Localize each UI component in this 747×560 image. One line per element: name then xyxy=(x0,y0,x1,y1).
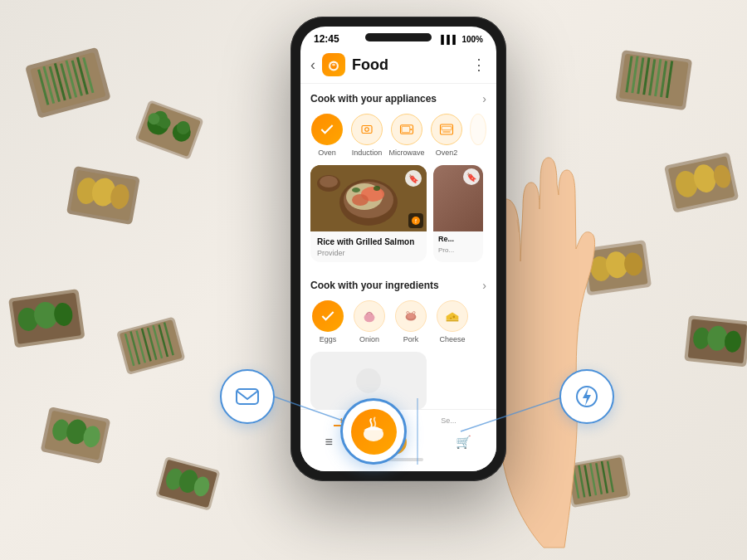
svg-rect-118 xyxy=(237,389,258,404)
food-logo-icon xyxy=(351,409,397,455)
svg-point-100 xyxy=(352,187,360,192)
recipes-row: 🔖 f Rice with Grilled Salmon Provider xyxy=(300,165,496,270)
svg-point-108 xyxy=(407,314,414,319)
recipe-provider-salmon: Provider xyxy=(317,249,420,257)
recipe-card-partial[interactable]: 🔖 Re... Pro... xyxy=(433,165,483,262)
svg-rect-91 xyxy=(441,124,453,134)
status-icons: ▌▌▌ 100% xyxy=(441,35,483,44)
eggs-label: Eggs xyxy=(320,335,337,343)
signal-icon: ▌▌▌ xyxy=(441,35,458,44)
microwave-label: Microwave xyxy=(389,149,425,157)
floating-circle-right[interactable] xyxy=(559,369,614,424)
appliance-more xyxy=(470,114,486,157)
svg-marker-110 xyxy=(447,320,459,322)
more-recipes-row xyxy=(300,352,496,418)
ingredients-section-header[interactable]: Cook with your ingredients › xyxy=(300,270,496,297)
onion-label: Onion xyxy=(359,335,379,343)
svg-point-87 xyxy=(365,128,369,132)
svg-marker-109 xyxy=(447,312,459,319)
phone-notch xyxy=(365,33,432,41)
recipe-image-salmon: 🔖 f xyxy=(310,165,427,231)
induction-icon xyxy=(351,114,383,145)
header-left: ‹ Food xyxy=(310,53,388,76)
induction-label: Induction xyxy=(352,149,383,157)
app-header: ‹ Food ⋮ xyxy=(300,48,496,84)
svg-point-112 xyxy=(450,318,452,319)
appliances-row: Oven Induction xyxy=(300,110,496,165)
more-appliance-icon xyxy=(470,114,486,145)
placeholder-circle xyxy=(356,368,381,393)
eggs-icon xyxy=(312,300,344,332)
svg-point-99 xyxy=(352,194,369,206)
recipe-image-partial: 🔖 xyxy=(433,165,483,231)
svg-point-101 xyxy=(374,186,380,191)
appliances-section-header[interactable]: Cook with your appliances › xyxy=(300,84,496,110)
source-badge: f xyxy=(408,213,423,228)
oven-label: Oven xyxy=(318,149,336,157)
cheese-label: Cheese xyxy=(439,335,465,343)
microwave-icon xyxy=(391,114,422,145)
svg-point-90 xyxy=(410,129,412,130)
central-food-logo[interactable] xyxy=(340,398,407,465)
svg-marker-121 xyxy=(583,387,591,406)
svg-rect-92 xyxy=(442,126,452,130)
recipe-card-salmon[interactable]: 🔖 f Rice with Grilled Salmon Provider xyxy=(310,165,427,262)
recipe-name-salmon: Rice with Grilled Salmon xyxy=(317,236,420,247)
svg-rect-89 xyxy=(402,126,410,133)
ingredients-row: Eggs Onion xyxy=(300,297,496,352)
ingredients-title: Cook with your ingredients xyxy=(310,280,439,291)
bookmark-icon[interactable]: 🔖 xyxy=(405,170,422,187)
ingredient-onion[interactable]: Onion xyxy=(352,300,387,343)
appliance-oven[interactable]: Oven xyxy=(310,114,344,157)
cart-icon[interactable]: 🛒 xyxy=(456,435,471,450)
appliances-arrow: › xyxy=(482,92,486,105)
ingredient-pork[interactable]: Pork xyxy=(393,300,428,343)
onion-icon xyxy=(354,300,385,332)
app-title: Food xyxy=(352,56,388,74)
oven2-label: Oven2 xyxy=(436,149,458,157)
ingredient-eggs[interactable]: Eggs xyxy=(310,300,345,343)
recipe-info-salmon: Rice with Grilled Salmon Provider xyxy=(310,231,427,262)
more-button[interactable]: ⋮ xyxy=(471,56,486,74)
bookmark-icon-2[interactable]: 🔖 xyxy=(463,168,480,185)
ingredient-cheese[interactable]: Cheese xyxy=(435,300,470,343)
floating-circle-left[interactable] xyxy=(220,369,275,424)
ingredients-arrow: › xyxy=(482,279,486,292)
back-button[interactable]: ‹ xyxy=(310,57,315,72)
food-app-logo xyxy=(322,53,345,76)
svg-point-111 xyxy=(452,316,455,319)
cheese-icon xyxy=(437,300,468,332)
svg-point-103 xyxy=(320,176,338,187)
svg-text:f: f xyxy=(415,218,417,224)
nav-tab-search[interactable]: Se... xyxy=(434,416,463,426)
recipe-name-partial: Re... xyxy=(433,231,483,246)
pork-label: Pork xyxy=(403,335,419,343)
appliance-oven2[interactable]: Oven2 xyxy=(430,114,463,157)
battery-icon: 100% xyxy=(461,35,483,44)
appliances-title: Cook with your appliances xyxy=(310,93,437,105)
oven-icon xyxy=(311,114,343,145)
appliance-microwave[interactable]: Microwave xyxy=(390,114,423,157)
oven2-icon xyxy=(431,114,462,145)
phone-screen: 12:45 ▌▌▌ 100% ‹ xyxy=(300,27,496,471)
phone-device: 12:45 ▌▌▌ 100% ‹ xyxy=(290,17,523,514)
pork-icon xyxy=(395,300,427,332)
menu-icon[interactable]: ≡ xyxy=(325,435,333,450)
svg-rect-86 xyxy=(362,126,372,134)
recipe-provider-partial: Pro... xyxy=(433,246,483,257)
appliance-induction[interactable]: Induction xyxy=(350,114,383,157)
status-time: 12:45 xyxy=(314,33,339,45)
screen-content: Cook with your appliances › Oven xyxy=(300,84,496,462)
